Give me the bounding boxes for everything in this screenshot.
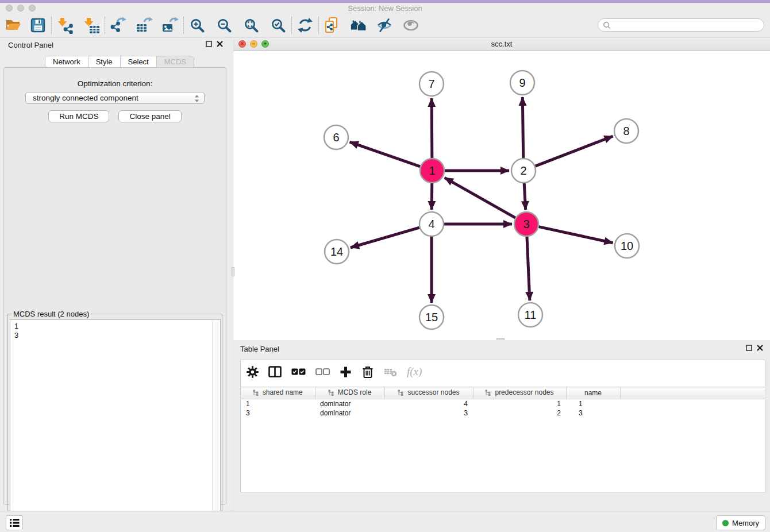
maximize-network-button[interactable]: + — [261, 40, 269, 48]
window-controls — [6, 5, 36, 11]
cell[interactable]: 1 — [473, 399, 566, 408]
edge-2-8[interactable] — [536, 136, 613, 166]
edge-3-10[interactable] — [538, 227, 613, 243]
edge-3-11[interactable] — [527, 237, 530, 300]
optimization-criterion-label: Optimization criterion: — [4, 79, 226, 88]
column-header-shared-name[interactable]: shared name — [241, 387, 315, 399]
tab-network[interactable]: Network — [45, 56, 88, 67]
refresh-icon[interactable] — [297, 17, 314, 34]
minimize-network-button[interactable]: − — [250, 40, 257, 48]
export-table-icon[interactable] — [136, 17, 153, 34]
close-panel-button[interactable]: Close panel — [118, 110, 181, 122]
memory-button[interactable]: Memory — [716, 515, 765, 530]
mcds-result-groupbox: MCDS result (2 nodes) 1 3 — [7, 314, 222, 532]
search-field[interactable] — [598, 18, 764, 32]
toolbar-separator — [318, 17, 319, 34]
unselect-all-columns-icon[interactable] — [315, 368, 330, 375]
vertical-splitter-handle[interactable] — [232, 267, 234, 276]
dropdown-stepper-icon — [194, 94, 199, 105]
zoom-fit-icon[interactable] — [242, 17, 260, 34]
close-window-button[interactable] — [6, 5, 13, 11]
cell[interactable]: dominator — [315, 399, 384, 408]
zoom-out-icon[interactable] — [215, 17, 233, 34]
toolbar-separator — [183, 17, 184, 34]
table-row[interactable]: 1dominator411 — [241, 399, 765, 408]
task-list-icon — [9, 518, 20, 527]
network-window-title: scc.txt — [233, 37, 770, 51]
show-all-icon[interactable] — [402, 17, 419, 34]
first-neighbors-icon[interactable] — [350, 17, 367, 34]
criterion-value: strongly connected component — [33, 94, 138, 102]
export-image-icon[interactable] — [161, 17, 179, 34]
table-settings-gear-icon[interactable] — [247, 366, 259, 378]
memory-status-icon — [722, 520, 729, 526]
delete-icon[interactable] — [361, 365, 374, 379]
cell[interactable]: 4 — [384, 399, 473, 408]
mcds-result-title: MCDS result (2 nodes) — [11, 310, 91, 318]
cell[interactable]: 3 — [566, 408, 620, 418]
column-view-icon[interactable] — [268, 366, 282, 377]
cell[interactable]: 3 — [241, 408, 315, 418]
float-panel-icon[interactable] — [206, 41, 212, 47]
mcds-result-list[interactable]: 1 3 — [10, 319, 221, 531]
edge-1-6[interactable] — [350, 142, 421, 167]
open-session-icon[interactable] — [5, 17, 22, 34]
cell[interactable]: 1 — [241, 399, 315, 408]
control-panel-title: Control Panel — [8, 41, 53, 49]
column-header-name[interactable]: name — [566, 387, 620, 399]
node-label-10: 10 — [621, 240, 633, 252]
close-table-panel-icon[interactable] — [757, 345, 763, 351]
edge-3-1[interactable] — [445, 178, 515, 218]
network-window-controls: × − + — [238, 40, 269, 48]
hide-selected-icon[interactable] — [376, 17, 393, 34]
column-header-predecessor-nodes[interactable]: predecessor nodes — [473, 387, 566, 399]
criterion-dropdown[interactable]: strongly connected component — [25, 92, 205, 104]
tab-mcds[interactable]: MCDS — [157, 56, 194, 67]
tab-style[interactable]: Style — [88, 56, 121, 67]
column-header-MCDS-role[interactable]: MCDS role — [315, 387, 384, 399]
edge-2-9[interactable] — [522, 97, 523, 158]
close-network-button[interactable]: × — [238, 40, 246, 48]
table-panel: Table Panel — [233, 340, 770, 511]
network-window-titlebar[interactable]: × − + scc.txt — [233, 37, 770, 51]
task-history-button[interactable] — [6, 515, 23, 530]
add-row-icon[interactable] — [340, 366, 352, 378]
edge-4-14[interactable] — [351, 228, 419, 248]
toolbar-separator — [291, 17, 292, 34]
export-network-icon[interactable] — [110, 17, 127, 34]
cell[interactable]: 3 — [384, 408, 473, 418]
zoom-window-button[interactable] — [29, 5, 36, 11]
zoom-selected-icon[interactable] — [270, 17, 287, 34]
mcds-tab-content: Optimization criterion: strongly connect… — [3, 67, 226, 505]
clone-network-icon[interactable] — [324, 17, 341, 34]
node-label-4: 4 — [428, 218, 434, 230]
network-canvas[interactable]: 1234678910111415 — [233, 51, 770, 340]
minimize-window-button[interactable] — [17, 5, 24, 11]
table-row[interactable]: 3dominator323 — [241, 408, 765, 418]
import-table-icon[interactable] — [83, 17, 100, 34]
tab-select[interactable]: Select — [121, 56, 157, 67]
edge-2-3[interactable] — [524, 183, 525, 210]
edge-1-7[interactable] — [432, 98, 432, 158]
cell[interactable]: dominator — [315, 408, 384, 418]
node-label-6: 6 — [333, 131, 339, 144]
float-table-panel-icon[interactable] — [746, 345, 752, 351]
zoom-in-icon[interactable] — [188, 17, 206, 34]
search-icon — [603, 21, 611, 29]
cell[interactable]: 2 — [473, 408, 566, 418]
node-label-8: 8 — [623, 125, 629, 137]
import-network-icon[interactable] — [56, 17, 74, 34]
result-scrollbar[interactable] — [212, 320, 220, 531]
column-header-successor-nodes[interactable]: successor nodes — [384, 387, 473, 399]
control-panel: Control Panel NetworkStyleSelectMCDS Opt… — [0, 37, 230, 511]
node-label-15: 15 — [425, 311, 438, 323]
run-mcds-button[interactable]: Run MCDS — [48, 110, 109, 122]
close-panel-icon[interactable] — [217, 41, 223, 47]
search-input[interactable] — [611, 21, 764, 29]
delete-column-icon — [384, 367, 397, 377]
node-label-9: 9 — [519, 76, 525, 89]
save-session-icon[interactable] — [29, 17, 47, 34]
cell[interactable]: 1 — [566, 399, 620, 408]
select-all-columns-icon[interactable] — [291, 368, 306, 375]
toolbar-separator — [51, 17, 52, 34]
